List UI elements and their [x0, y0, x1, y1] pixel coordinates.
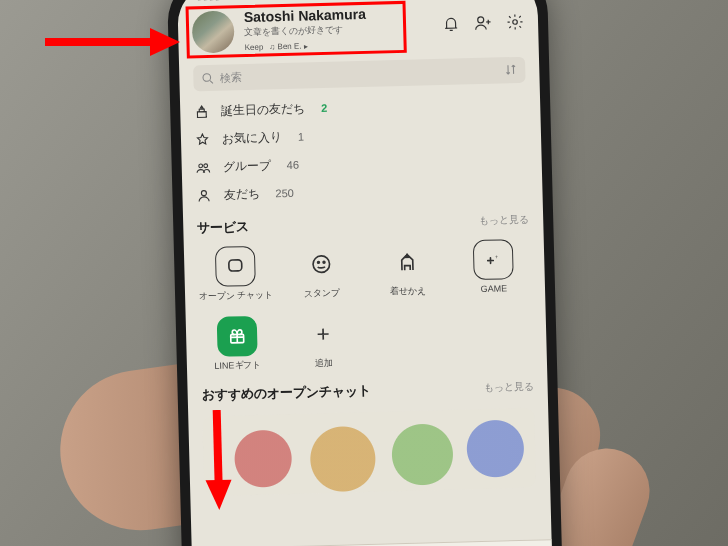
gear-icon[interactable] [506, 12, 525, 34]
row-label: グループ [223, 157, 271, 175]
svg-rect-13 [229, 260, 242, 271]
tab-bar: ホーム トーク タイムライン ニュース ウォレット [192, 539, 553, 546]
service-gift[interactable]: LINEギフト [194, 312, 282, 377]
star-icon [195, 132, 210, 147]
gift-icon [217, 316, 258, 357]
service-label: 着せかえ [390, 285, 426, 296]
row-count: 46 [287, 159, 300, 171]
row-count: 250 [275, 187, 294, 199]
service-label: オープン チャット [199, 289, 274, 301]
group-icon [196, 159, 211, 174]
svg-point-7 [478, 16, 484, 22]
service-game[interactable]: + GAME [450, 235, 538, 300]
row-label: お気に入り [222, 129, 282, 148]
svg-point-12 [201, 190, 206, 195]
game-icon: + [473, 239, 514, 280]
bell-icon[interactable] [442, 14, 461, 36]
service-label: GAME [481, 283, 508, 294]
svg-point-9 [203, 73, 211, 81]
chip-keep[interactable]: Keep [244, 43, 263, 52]
more-link[interactable]: もっと見る [483, 379, 533, 394]
screen: ▮▮▮▯ docomo 10:45 ⚡ 96% Satoshi Nakamura [177, 0, 553, 546]
svg-marker-1 [150, 28, 180, 56]
service-stamp[interactable]: スタンプ [278, 239, 366, 304]
svg-text:+: + [495, 254, 498, 260]
service-add[interactable]: 追加 [280, 309, 368, 374]
avatar[interactable] [192, 10, 235, 53]
profile-card[interactable]: Satoshi Nakamura 文章を書くのが好きです Keep ♫ Ben … [178, 0, 539, 58]
svg-point-10 [199, 163, 203, 167]
add-icon [303, 314, 344, 355]
section-title: サービス [197, 218, 249, 237]
row-count: 1 [298, 131, 304, 143]
svg-point-14 [313, 256, 330, 273]
signal-icon: ▮▮▮▯ [197, 0, 221, 1]
stamp-icon [301, 244, 342, 285]
more-link[interactable]: もっと見る [479, 213, 529, 228]
service-label: 追加 [315, 358, 333, 369]
services-grid: オープン チャット スタンプ 着せかえ+ GAME LINEギフト 追加 [184, 234, 547, 376]
row-label: 誕生日の友だち [221, 100, 305, 119]
svg-line-2 [217, 410, 219, 482]
friends-section: 誕生日の友だち 2 お気に入り 1 グループ 46 友だち 250 [180, 88, 543, 209]
search-placeholder: 検索 [220, 70, 242, 86]
row-label: 友だち [223, 185, 259, 203]
search-input[interactable]: 検索 [193, 57, 526, 92]
section-title: おすすめのオープンチャット [201, 382, 370, 404]
svg-marker-3 [206, 480, 233, 511]
svg-point-15 [318, 261, 320, 263]
tab-news[interactable]: ニュース [408, 542, 481, 546]
service-theme[interactable]: 着せかえ [364, 237, 452, 302]
service-openchat[interactable]: オープン チャット [192, 241, 280, 306]
add-friend-icon[interactable] [474, 13, 493, 35]
sort-icon[interactable] [504, 62, 517, 77]
friend-icon [196, 187, 211, 202]
openchat-icon [215, 246, 256, 287]
svg-point-11 [204, 163, 208, 167]
svg-point-16 [323, 261, 325, 263]
service-label: スタンプ [304, 288, 340, 299]
tab-wallet[interactable]: ウォレット [480, 540, 553, 546]
chip-bgm[interactable]: ♫ Ben E. ▸ [269, 41, 308, 51]
svg-point-8 [513, 19, 518, 24]
service-label: LINEギフト [214, 360, 261, 372]
row-count: 2 [321, 102, 327, 114]
search-icon [201, 71, 214, 84]
birthday-icon [194, 104, 209, 119]
theme-icon [387, 241, 428, 282]
openchat-banner[interactable] [202, 407, 536, 496]
